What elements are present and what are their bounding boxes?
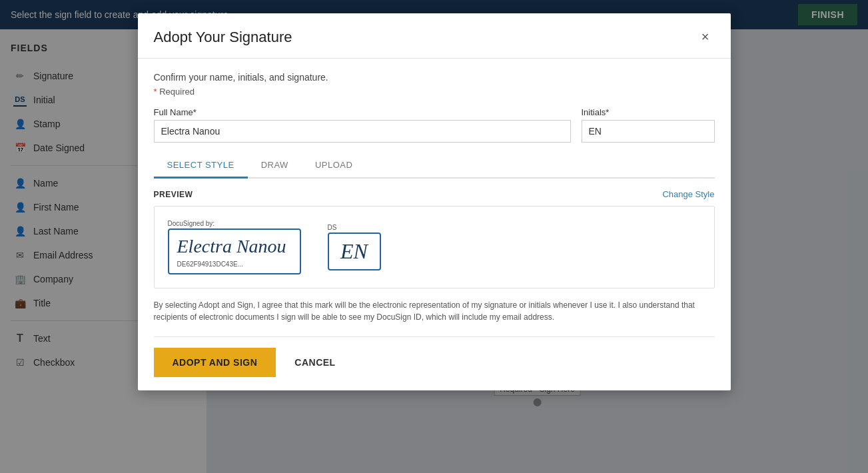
preview-header: PREVIEW Change Style <box>154 189 715 199</box>
modal-body: Confirm your name, initials, and signatu… <box>138 59 731 390</box>
cancel-button[interactable]: CANCEL <box>276 348 354 377</box>
style-tabs: SELECT STYLE DRAW UPLOAD <box>154 153 715 179</box>
full-name-group: Full Name* <box>154 107 571 143</box>
modal-overlay: Adopt Your Signature × Confirm your name… <box>0 0 868 473</box>
preview-label: PREVIEW <box>154 190 193 199</box>
modal-actions: ADOPT AND SIGN CANCEL <box>154 336 715 377</box>
initials-group: Initials* <box>582 107 715 143</box>
signature-id: DE62F94913DC43E... <box>177 260 292 268</box>
modal-subtitle: Confirm your name, initials, and signatu… <box>154 72 715 83</box>
full-name-label: Full Name* <box>154 107 571 117</box>
signature-preview: DocuSigned by: Electra Nanou DE62F94913D… <box>168 220 301 274</box>
ds-label-initials: DS <box>328 224 381 231</box>
adopt-and-sign-button[interactable]: ADOPT AND SIGN <box>154 348 276 377</box>
tab-select-style[interactable]: SELECT STYLE <box>154 153 248 179</box>
signature-name: Electra Nanou <box>177 235 292 258</box>
full-name-input[interactable] <box>154 120 571 143</box>
form-row: Full Name* Initials* <box>154 107 715 143</box>
initials-border-box: EN <box>328 233 381 270</box>
initials-input[interactable] <box>582 120 715 143</box>
ds-label-signature: DocuSigned by: <box>168 220 301 227</box>
tab-upload[interactable]: UPLOAD <box>302 153 366 179</box>
modal-close-button[interactable]: × <box>696 27 715 47</box>
required-label: * Required <box>154 87 715 97</box>
agreement-text: By selecting Adopt and Sign, I agree tha… <box>154 299 715 323</box>
required-text: Required <box>159 87 195 97</box>
adopt-signature-modal: Adopt Your Signature × Confirm your name… <box>138 13 731 390</box>
initials-label: Initials* <box>582 107 715 117</box>
modal-title: Adopt Your Signature <box>154 29 292 46</box>
preview-box: DocuSigned by: Electra Nanou DE62F94913D… <box>154 206 715 288</box>
initials-preview: DS EN <box>328 224 381 270</box>
modal-header: Adopt Your Signature × <box>138 13 731 59</box>
tab-draw[interactable]: DRAW <box>248 153 302 179</box>
required-star: * <box>154 87 157 97</box>
initials-text: EN <box>340 239 368 264</box>
signature-border-box: Electra Nanou DE62F94913DC43E... <box>168 229 301 274</box>
change-style-link[interactable]: Change Style <box>662 189 714 199</box>
